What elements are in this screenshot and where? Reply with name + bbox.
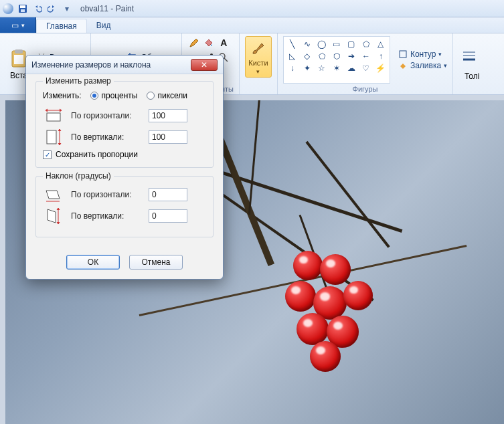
tab-view[interactable]: Вид [87,17,121,33]
text-tool-icon[interactable]: A [217,36,230,49]
group-brushes: Кисти ▾ [240,33,278,94]
radio-dot-icon [147,92,155,100]
close-icon: ✕ [201,60,207,70]
group-shapes-label: Фигуры [283,84,447,93]
dialog-title: Изменение размеров и наклона [31,60,191,70]
skew-vertical-icon [43,207,64,225]
shape-callout-icon[interactable]: ☁ [344,62,359,74]
radio-pixels-label: пиксели [157,91,187,100]
brush-icon [249,39,268,58]
tab-view-label: Вид [96,21,111,30]
cancel-button[interactable]: Отмена [129,255,183,270]
undo-icon[interactable] [31,2,44,15]
group-size: Толі [453,33,491,94]
save-icon[interactable] [16,2,29,15]
redo-icon[interactable] [46,2,59,15]
shape-star5-icon[interactable]: ☆ [315,62,329,74]
brushes-label: Кисти [248,59,268,67]
chevron-down-icon: ▾ [438,51,442,58]
svg-rect-4 [15,49,23,54]
tab-home-label: Главная [46,21,77,31]
brushes-button[interactable]: Кисти ▾ [245,36,272,78]
file-menu-button[interactable]: ▭▾ [0,17,36,33]
svg-rect-14 [400,51,406,58]
svg-rect-15 [47,113,60,121]
chevron-down-icon: ▾ [444,62,447,69]
ok-label: ОК [88,257,98,267]
outline-icon [398,49,408,59]
fill-button[interactable]: Заливка▾ [398,61,447,70]
shape-arrow-u-icon[interactable]: ↑ [373,50,388,62]
shape-line-icon[interactable]: ╲ [285,38,300,50]
fill-tool-icon[interactable] [202,36,216,49]
resize-v-input[interactable] [149,130,187,144]
resize-fieldset: Изменить размер Изменить: проценты пиксе… [35,81,214,168]
shapes-gallery[interactable]: ╲ ∿ ◯ ▭ ▢ ⬠ △ ◺ ◇ ⬠ ⬡ ➔ ← ↑ ↓ ✦ ☆ ✶ ☁ ♡ [283,36,390,84]
shape-rtriangle-icon[interactable]: ◺ [285,50,300,62]
shape-triangle-icon[interactable]: △ [373,38,388,50]
fill-icon [398,61,408,70]
fill-label: Заливка [410,61,441,70]
tab-home[interactable]: Главная [36,19,87,33]
keep-ratio-label: Сохранить пропорции [56,150,138,159]
size-button[interactable]: Толі [458,36,485,93]
file-menu-icon: ▭ [11,21,19,30]
shape-roundrect-icon[interactable]: ▢ [344,38,359,50]
close-button[interactable]: ✕ [191,59,218,71]
quick-access-toolbar: ▾ [16,2,74,15]
title-bar: ▾ obval11 - Paint [0,0,504,17]
stroke-width-icon [461,49,483,70]
skew-v-label: По вертикали: [71,211,142,221]
shape-heart-icon[interactable]: ♡ [359,62,373,74]
chevron-down-icon: ▾ [21,22,25,29]
shape-curve-icon[interactable]: ∿ [300,38,315,50]
radio-percent-label: проценты [101,91,137,100]
radio-pixels[interactable]: пиксели [147,91,187,100]
shape-pentagon-icon[interactable]: ⬠ [315,50,329,62]
radio-dot-icon [90,92,98,100]
ok-button[interactable]: ОК [66,255,120,270]
resize-skew-dialog: Изменение размеров и наклона ✕ Изменить … [25,55,224,280]
svg-rect-2 [21,9,25,12]
change-by-label: Изменить: [43,91,81,100]
shape-rect-icon[interactable]: ▭ [329,38,344,50]
shape-oval-icon[interactable]: ◯ [315,38,329,50]
shape-arrow-r-icon[interactable]: ➔ [344,50,359,62]
resize-horizontal-icon [43,107,64,124]
svg-rect-16 [47,130,56,144]
resize-h-label: По горизонтали: [71,111,142,120]
shape-arrow-d-icon[interactable]: ↓ [285,62,300,74]
outline-label: Контур [410,49,436,59]
radio-percent[interactable]: проценты [90,91,137,100]
resize-v-label: По вертикали: [71,132,142,142]
paint-orb-icon[interactable] [3,3,13,14]
shape-star4-icon[interactable]: ✦ [300,62,315,74]
qat-dropdown-icon[interactable]: ▾ [60,2,74,15]
chevron-down-icon: ▾ [256,68,260,75]
dialog-titlebar[interactable]: Изменение размеров и наклона ✕ [26,56,223,74]
group-shapes: ╲ ∿ ◯ ▭ ▢ ⬠ △ ◺ ◇ ⬠ ⬡ ➔ ← ↑ ↓ ✦ ☆ ✶ ☁ ♡ [278,33,453,94]
shape-diamond-icon[interactable]: ◇ [300,50,315,62]
cancel-label: Отмена [141,257,170,267]
skew-v-input[interactable] [149,209,187,223]
skew-fieldset: Наклон (градусы) По горизонтали: По верт… [35,176,214,237]
size-label: Толі [465,72,479,81]
ribbon-tabs: ▭▾ Главная Вид [0,17,504,33]
skew-h-input[interactable] [149,188,187,201]
skew-h-label: По горизонтали: [71,190,142,199]
shape-hexagon-icon[interactable]: ⬡ [329,50,344,62]
shape-lightning-icon[interactable]: ⚡ [373,62,388,74]
window-title: obval11 - Paint [80,4,134,13]
shape-star6-icon[interactable]: ✶ [329,62,344,74]
keep-ratio-checkbox[interactable]: ✓ [43,150,52,159]
svg-rect-1 [20,5,25,8]
resize-vertical-icon [43,128,64,146]
outline-button[interactable]: Контур▾ [398,49,447,59]
resize-legend: Изменить размер [43,76,114,86]
shape-polygon-icon[interactable]: ⬠ [359,38,373,50]
shape-arrow-l-icon[interactable]: ← [359,50,373,62]
svg-rect-5 [14,55,23,64]
resize-h-input[interactable] [149,109,187,122]
group-brushes-label [245,92,272,93]
pencil-tool-icon[interactable] [187,36,201,49]
